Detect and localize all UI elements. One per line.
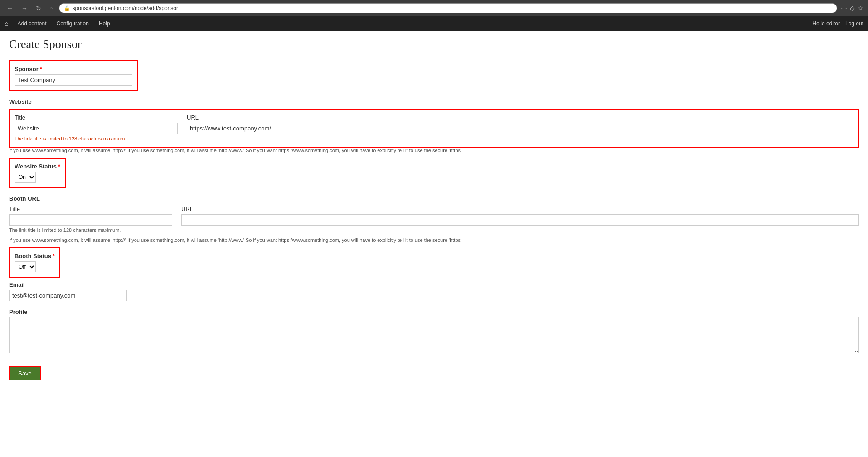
- back-button[interactable]: ←: [5, 4, 15, 13]
- sponsor-section: Sponsor *: [9, 60, 859, 91]
- website-status-wrap: On Off: [15, 172, 60, 183]
- booth-url-section: Booth URL Title URL The link title is li…: [9, 195, 859, 278]
- website-section: Website Title URL The link title is limi…: [9, 98, 859, 188]
- email-label: Email: [9, 281, 859, 288]
- website-title-input[interactable]: [15, 123, 178, 134]
- booth-status-label: Booth Status *: [15, 253, 55, 260]
- refresh-button[interactable]: ↻: [34, 4, 44, 13]
- website-status-highlight-box: Website Status * On Off: [9, 158, 66, 188]
- extensions-icon: ⋯: [841, 5, 847, 12]
- website-url-label: URL: [187, 114, 853, 121]
- browser-icons: ⋯ ◇ ☆: [841, 5, 863, 12]
- star-icon: ☆: [858, 5, 863, 12]
- booth-url-hint: If you use www.something.com, it will as…: [9, 237, 859, 243]
- home-icon[interactable]: ⌂: [5, 20, 8, 27]
- website-highlight-box: Title URL The link title is limited to 1…: [9, 109, 859, 148]
- booth-status-required-star: *: [53, 253, 55, 260]
- website-status-required-star: *: [58, 163, 60, 170]
- booth-title-label: Title: [9, 206, 172, 212]
- profile-section: Profile: [9, 308, 859, 355]
- booth-url-heading: Booth URL: [9, 195, 859, 202]
- page-content: Create Sponsor Sponsor * Website Title U…: [0, 31, 868, 457]
- app-navbar: ⌂ Add content Configuration Help Hello e…: [0, 16, 868, 31]
- sponsor-required-star: *: [40, 66, 42, 72]
- booth-title-input[interactable]: [9, 214, 172, 226]
- website-title-label: Title: [15, 114, 178, 121]
- booth-url-row: Title URL: [9, 206, 859, 226]
- website-title-col: Title: [15, 114, 178, 134]
- website-url-hint: If you use www.something.com, it will as…: [9, 148, 859, 153]
- logout-link[interactable]: Log out: [845, 20, 863, 27]
- home-button[interactable]: ⌂: [47, 4, 55, 13]
- booth-url-label: URL: [181, 206, 859, 212]
- booth-status-select[interactable]: On Off: [15, 261, 36, 272]
- profile-label: Profile: [9, 308, 859, 315]
- lock-icon: 🔒: [64, 5, 70, 11]
- profile-textarea[interactable]: [9, 317, 859, 353]
- website-url-row: Title URL: [15, 114, 853, 134]
- greeting-text: Hello editor: [812, 20, 840, 27]
- booth-status-highlight-box: Booth Status * On Off: [9, 247, 60, 278]
- website-status-select[interactable]: On Off: [15, 172, 36, 183]
- website-status-label: Website Status *: [15, 163, 60, 170]
- nav-configuration[interactable]: Configuration: [52, 18, 93, 29]
- sponsor-input[interactable]: [15, 74, 132, 86]
- forward-button[interactable]: →: [19, 4, 30, 13]
- browser-chrome: ← → ↻ ⌂ 🔒 sponsorstool.penton.com/node/a…: [0, 0, 868, 16]
- nav-add-content[interactable]: Add content: [13, 18, 51, 29]
- sponsor-highlight-box: Sponsor *: [9, 60, 138, 91]
- website-url-input[interactable]: [187, 123, 853, 134]
- url-text: sponsorstool.penton.com/node/add/sponsor: [72, 5, 178, 11]
- website-link-limit-hint: The link title is limited to 128 charact…: [15, 136, 853, 141]
- email-input[interactable]: [9, 290, 127, 301]
- address-bar[interactable]: 🔒 sponsorstool.penton.com/node/add/spons…: [59, 3, 837, 13]
- sponsor-label: Sponsor *: [15, 66, 132, 72]
- save-button[interactable]: Save: [9, 366, 41, 380]
- email-section: Email: [9, 281, 859, 301]
- website-url-col: URL: [187, 114, 853, 134]
- page-title: Create Sponsor: [9, 38, 859, 51]
- booth-url-col: URL: [181, 206, 859, 226]
- booth-url-input[interactable]: [181, 214, 859, 226]
- booth-link-limit-hint: The link title is limited to 128 charact…: [9, 227, 859, 233]
- website-heading: Website: [9, 98, 859, 105]
- booth-title-col: Title: [9, 206, 172, 226]
- pocket-icon: ◇: [850, 5, 855, 12]
- booth-status-wrap: On Off: [15, 261, 55, 272]
- nav-help[interactable]: Help: [94, 18, 115, 29]
